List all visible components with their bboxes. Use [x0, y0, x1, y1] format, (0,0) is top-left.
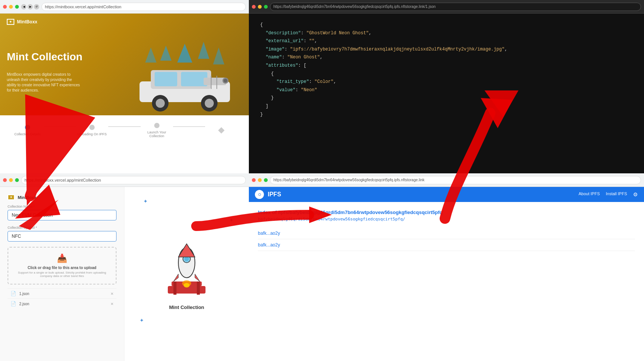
form-address-bar[interactable]: https://mintboxx.vercel.app/mintCollecti…	[21, 176, 246, 184]
step-label-1: Collection Details	[14, 132, 41, 136]
svg-marker-3	[213, 47, 224, 64]
json-minimize-btn[interactable]	[258, 5, 262, 9]
top-right-panel: https://bafybeidnqlg46qrdi5dm7bn64rwtpdo…	[249, 0, 644, 173]
svg-rect-7	[155, 72, 177, 86]
step-4	[205, 128, 238, 133]
svg-rect-27	[197, 281, 200, 295]
step-3: Launch Your Collection	[141, 123, 173, 138]
steps-wizard: Collection Details Uploading On IPFS Lau…	[0, 115, 249, 145]
collection-symbol-input[interactable]	[8, 231, 117, 242]
collection-name-field: Collection Name *	[8, 205, 117, 220]
top-left-panel: ◀ ▶ ↺ https://mintboxx.vercel.app/mintCo…	[0, 0, 249, 173]
json-viewer: { "description": "GhostWorld Neon Ghost"…	[249, 14, 644, 126]
step-dot-1	[25, 125, 30, 130]
back-icon[interactable]: ◀	[21, 4, 26, 9]
step-2: Uploading On IPFS	[76, 125, 108, 136]
file-delete-1[interactable]: ✕	[110, 292, 113, 296]
hero-section: ✦ MintBoxx Mint Collection MintBoxx empo…	[0, 14, 249, 115]
ipfs-about-link[interactable]: About IPFS	[578, 191, 600, 197]
json-browser-bar: https://bafybeidnqlg46qrdi5dm7bn64rwtpdo…	[249, 0, 644, 14]
svg-marker-0	[177, 44, 192, 63]
ipfs-nav: About IPFS Install IPFS ⚙	[578, 191, 638, 197]
collection-symbol-label: Collection Symbol *	[8, 226, 117, 229]
upload-dropzone[interactable]: 📥 Click or drag file to this area to upl…	[8, 247, 117, 285]
logo-text: MintBoxx	[17, 19, 37, 24]
file-row-2: 📄 2.json ✕	[8, 298, 117, 309]
step-line-1	[44, 126, 76, 127]
minimize-btn[interactable]	[9, 5, 13, 9]
form-logo-text: MintBoxx	[18, 195, 37, 200]
ipfs-logo: ⬡	[255, 190, 264, 199]
step-label-3: Launch Your Collection	[141, 130, 173, 138]
form-browser-bar: https://mintboxx.vercel.app/mintCollecti…	[0, 173, 249, 187]
step-line-3	[173, 126, 205, 127]
svg-point-29	[184, 283, 190, 288]
reload-icon[interactable]: ↺	[34, 4, 39, 9]
ipfs-index-title: Index of /ipfs/bafybeidnqlg46qrdi5dm7bn6…	[258, 210, 635, 215]
sparkle-2: ✦	[229, 217, 234, 223]
file-icon-2: 📄	[11, 301, 16, 306]
ipfs-path: bafybeidnqlg46qrdi5dm7bn64rwtpdovew56sog…	[258, 217, 635, 222]
bottom-left-panel: https://mintboxx.vercel.app/mintCollecti…	[0, 173, 249, 361]
ipfs-browser-bar: https://bafybeidnqlg46qrdi5dm7bn64rwtpdo…	[249, 173, 644, 187]
close-btn[interactable]	[3, 5, 7, 9]
browser-bar-top-left: ◀ ▶ ↺ https://mintboxx.vercel.app/mintCo…	[0, 0, 249, 14]
url-text: https://mintboxx.vercel.app/mintCollecti…	[45, 5, 121, 9]
file-icon-1: 📄	[11, 291, 16, 296]
svg-rect-26	[173, 281, 176, 295]
file-name-2: 2.json	[19, 302, 29, 306]
rocket-container: Mint Collection	[164, 238, 209, 310]
ipfs-maximize-btn[interactable]	[264, 178, 268, 182]
ipfs-minimize-btn[interactable]	[258, 178, 262, 182]
svg-point-12	[205, 99, 214, 108]
svg-marker-23	[178, 244, 195, 257]
ipfs-file-link-1[interactable]: bafk...ao2y	[258, 231, 280, 236]
json-address-bar[interactable]: https://bafybeidnqlg46qrdi5dm7bn64rwtpdo…	[270, 3, 641, 11]
sparkle-1: ✦	[143, 198, 148, 204]
ipfs-close-btn[interactable]	[252, 178, 256, 182]
ipfs-file-table: bafk...ao2y bafk...ao2y	[258, 228, 635, 251]
forward-icon[interactable]: ▶	[28, 4, 33, 9]
ipfs-file-row-2: bafk...ao2y	[258, 239, 635, 251]
ipfs-install-link[interactable]: Install IPFS	[606, 191, 627, 197]
ipfs-address-bar[interactable]: https://bafybeidnqlg46qrdi5dm7bn64rwtpdo…	[270, 176, 641, 184]
form-close-btn[interactable]	[3, 178, 7, 182]
form-maximize-btn[interactable]	[15, 178, 19, 182]
file-row-1: 📄 1.json ✕	[8, 288, 117, 298]
svg-marker-21	[173, 274, 178, 281]
rocket-label: Mint Collection	[169, 304, 204, 310]
svg-marker-22	[195, 274, 200, 281]
collection-name-input[interactable]	[8, 210, 117, 220]
ipfs-title: IPFS	[268, 191, 281, 198]
json-close-btn[interactable]	[252, 5, 256, 9]
svg-point-10	[156, 99, 165, 108]
json-maximize-btn[interactable]	[264, 5, 268, 9]
step-dot-2	[89, 125, 95, 130]
ipfs-file-link-2[interactable]: bafk...ao2y	[258, 242, 280, 248]
site-logo: ✦ MintBoxx	[7, 19, 37, 25]
svg-point-20	[184, 257, 189, 261]
step-label-2: Uploading On IPFS	[78, 132, 107, 136]
file-delete-2[interactable]: ✕	[110, 302, 113, 306]
svg-marker-4	[145, 47, 156, 63]
upload-icon: 📥	[14, 254, 110, 263]
svg-marker-2	[160, 46, 172, 61]
maximize-btn[interactable]	[15, 5, 19, 9]
step-dot-3	[154, 123, 159, 128]
file-name-1: 1.json	[19, 292, 29, 296]
address-bar[interactable]: https://mintboxx.vercel.app/mintCollecti…	[41, 3, 246, 11]
logo-box: ✦	[7, 19, 14, 25]
form-logo-bar: ✦ MintBoxx	[8, 194, 117, 200]
svg-rect-8	[181, 72, 207, 86]
form-panel: ✦ MintBoxx Collection Name * Collection …	[0, 187, 124, 361]
rocket-illustration	[164, 238, 209, 298]
ipfs-header: ⬡ IPFS About IPFS Install IPFS ⚙	[249, 187, 644, 202]
form-logo-icon: ✦	[8, 194, 15, 200]
ipfs-body: Index of /ipfs/bafybeidnqlg46qrdi5dm7bn6…	[249, 202, 644, 259]
ipfs-settings-icon[interactable]: ⚙	[633, 191, 638, 197]
form-minimize-btn[interactable]	[9, 178, 13, 182]
rocket-panel: ✦ ✦ ✦	[124, 187, 249, 361]
hero-title: Mint Collection	[7, 51, 83, 63]
hero-subtitle: MintBoxx empowers digital creators to un…	[7, 72, 82, 93]
ipfs-file-row-1: bafk...ao2y	[258, 228, 635, 239]
